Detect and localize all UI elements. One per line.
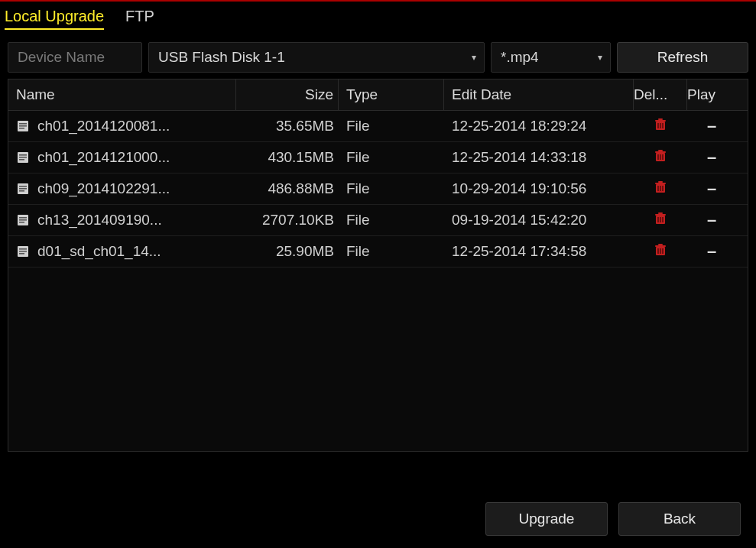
table-row[interactable]: ch01_2014121000...430.15MBFile12-25-2014… (8, 142, 748, 173)
file-edit-date: 12-25-2014 18:29:24 (444, 118, 634, 135)
play-disabled-icon: – (707, 242, 716, 261)
file-size: 25.90MB (236, 243, 339, 260)
upgrade-button[interactable]: Upgrade (485, 502, 608, 536)
file-size: 35.65MB (236, 118, 339, 135)
tab-ftp[interactable]: FTP (125, 8, 154, 30)
play-disabled-icon: – (707, 179, 716, 198)
device-name-value: USB Flash Disk 1-1 (158, 49, 285, 66)
file-type: File (339, 243, 444, 260)
table-row[interactable]: d01_sd_ch01_14...25.90MBFile12-25-2014 1… (8, 236, 748, 268)
file-type: File (339, 149, 444, 166)
file-name: d01_sd_ch01_14... (37, 243, 161, 260)
column-header-delete[interactable]: Del... (634, 79, 687, 110)
delete-icon[interactable] (653, 148, 668, 164)
play-disabled-icon: – (707, 210, 716, 229)
file-edit-date: 12-25-2014 14:33:18 (444, 149, 634, 166)
file-type: File (339, 212, 444, 229)
file-icon (16, 151, 30, 164)
play-disabled-icon: – (707, 148, 716, 167)
device-name-label: Device Name (8, 42, 142, 73)
file-type-filter-select[interactable]: *.mp4 ▾ (491, 42, 611, 73)
file-icon (16, 213, 30, 227)
column-header-edit-date[interactable]: Edit Date (444, 79, 634, 110)
file-type: File (339, 118, 444, 135)
file-name: ch09_2014102291... (37, 180, 170, 197)
file-edit-date: 12-25-2014 17:34:58 (444, 243, 634, 260)
delete-icon[interactable] (653, 117, 668, 132)
delete-icon[interactable] (653, 180, 668, 195)
delete-icon[interactable] (653, 211, 668, 226)
column-header-name[interactable]: Name (8, 79, 236, 110)
file-edit-date: 10-29-2014 19:10:56 (444, 180, 634, 197)
delete-icon[interactable] (653, 242, 668, 258)
play-disabled-icon: – (707, 116, 716, 135)
table-row[interactable]: ch01_2014120081...35.65MBFile12-25-2014 … (8, 111, 748, 142)
table-row[interactable]: ch13_201409190...2707.10KBFile09-19-2014… (8, 205, 748, 236)
column-header-play[interactable]: Play (687, 79, 736, 110)
refresh-button[interactable]: Refresh (617, 42, 748, 73)
file-icon (16, 119, 30, 133)
file-icon (16, 182, 30, 196)
file-edit-date: 09-19-2014 15:42:20 (444, 212, 634, 229)
file-size: 430.15MB (236, 149, 339, 166)
table-row[interactable]: ch09_2014102291...486.88MBFile10-29-2014… (8, 173, 748, 205)
column-header-type[interactable]: Type (339, 79, 444, 110)
device-name-select[interactable]: USB Flash Disk 1-1 ▾ (148, 42, 485, 73)
back-button[interactable]: Back (618, 502, 741, 536)
file-size: 486.88MB (236, 180, 339, 197)
file-name: ch01_2014121000... (37, 149, 170, 166)
file-type-filter-value: *.mp4 (501, 49, 539, 66)
file-icon (16, 245, 30, 258)
file-type: File (339, 180, 444, 197)
chevron-down-icon: ▾ (472, 52, 476, 63)
chevron-down-icon: ▾ (598, 52, 602, 63)
file-name: ch13_201409190... (37, 212, 162, 229)
column-header-size[interactable]: Size (236, 79, 339, 110)
file-name: ch01_2014120081... (37, 118, 170, 135)
file-table: Name Size Type Edit Date Del... Play ch0… (8, 79, 748, 452)
file-size: 2707.10KB (236, 212, 339, 229)
tab-local-upgrade[interactable]: Local Upgrade (5, 8, 104, 30)
